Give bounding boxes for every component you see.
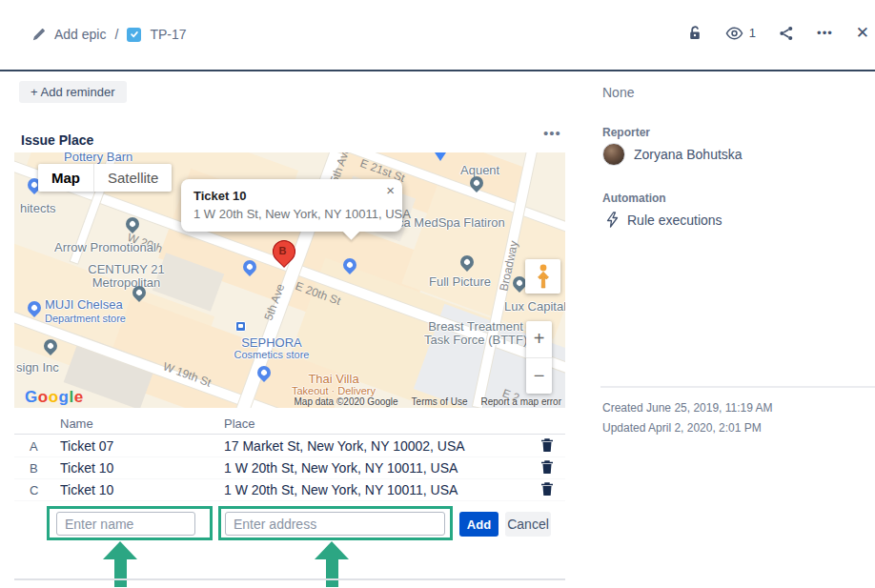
poi-line: Department store — [45, 312, 126, 325]
poi-line: Metropolitan — [62, 276, 191, 290]
row-name: Ticket 10 — [60, 482, 224, 497]
satellite-button[interactable]: Satellite — [94, 164, 172, 192]
add-reminder-button[interactable]: + Add reminder — [19, 81, 127, 103]
table-row: A Ticket 07 17 Market St, New York, NY 1… — [14, 436, 565, 457]
poi-line: Task Force (BTTF) — [424, 334, 527, 347]
top-bar: Add epic / TP-17 1 ••• ✕ — [0, 0, 875, 71]
breadcrumb-add-epic[interactable]: Add epic — [54, 27, 106, 42]
breadcrumb-separator: / — [114, 27, 118, 42]
reporter-field[interactable]: Zoryana Bohutska — [602, 143, 743, 166]
row-place: 1 W 20th St, New York, NY 10011, USA — [224, 460, 529, 476]
row-place: 17 Market St, New York, NY 10002, USA — [224, 438, 529, 454]
issue-dates: Created June 25, 2019, 11:19 AM Updated … — [602, 398, 773, 438]
poi-line: Breast Treatment — [428, 319, 523, 334]
sidebar-divider — [600, 386, 875, 388]
poi-label: Arrow Promotional — [54, 240, 156, 254]
eye-icon — [725, 27, 743, 40]
watchers-button[interactable]: 1 — [725, 26, 756, 40]
marker-letter: B — [273, 245, 294, 256]
poi-label: SEPHORA Cosmetics store — [232, 336, 312, 361]
zoom-out-button[interactable]: − — [526, 358, 552, 395]
map-info-window: Ticket 10 1 W 20th St, New York, NY 1001… — [181, 179, 402, 232]
breadcrumb: Add epic / TP-17 — [32, 27, 187, 42]
poi-label: MUJI Chelsea Department store — [45, 298, 126, 325]
delete-row-button[interactable] — [539, 436, 555, 456]
row-letter: A — [14, 439, 60, 454]
poi-line: Thai Villa — [308, 372, 358, 386]
row-letter: B — [14, 461, 60, 476]
section-divider — [14, 578, 565, 580]
created-date: Created June 25, 2019, 11:19 AM — [602, 398, 773, 418]
trash-icon — [541, 482, 553, 496]
poi-label: Full Picture — [429, 274, 491, 289]
avatar — [602, 143, 625, 166]
transit-icon — [235, 321, 246, 332]
pencil-icon — [32, 28, 46, 41]
delete-row-button[interactable] — [539, 458, 555, 478]
poi-label: Aquent — [460, 163, 499, 177]
terms-link[interactable]: Terms of Use — [412, 396, 468, 407]
automation-label: Automation — [602, 192, 666, 205]
report-error-link[interactable]: Report a map error — [481, 396, 561, 407]
issue-place-menu-icon[interactable]: ••• — [543, 125, 561, 141]
poi-label: Lux Capital — [504, 299, 565, 314]
unlock-icon[interactable] — [687, 25, 702, 41]
delete-row-button[interactable] — [539, 480, 555, 500]
row-place: 1 W 20th St, New York, NY 10011, USA — [224, 482, 529, 497]
issue-place-title: Issue Place — [21, 132, 93, 148]
poi-line: MUJI Chelsea — [45, 297, 123, 312]
poi-label: Pottery Barn — [64, 152, 132, 164]
add-button[interactable]: Add — [459, 512, 499, 537]
more-actions-icon[interactable]: ••• — [817, 26, 833, 40]
cancel-button[interactable]: Cancel — [505, 512, 551, 537]
info-window-close-icon[interactable]: × — [386, 182, 395, 198]
poi-line: CENTURY 21 — [88, 262, 164, 276]
poi-label: Breast Treatment Task Force (BTTF) — [424, 320, 527, 347]
poi-label: hitects — [20, 201, 56, 215]
watchers-count: 1 — [749, 26, 756, 40]
poi-label: CENTURY 21 Metropolitan — [62, 263, 191, 290]
reporter-name: Zoryana Bohutska — [634, 147, 743, 162]
zoom-control: + − — [526, 321, 552, 394]
info-window-address: 1 W 20th St, New York, NY 10011, USA — [193, 207, 411, 221]
info-window-title: Ticket 10 — [193, 189, 246, 203]
table-row: B Ticket 10 1 W 20th St, New York, NY 10… — [14, 457, 565, 479]
name-input[interactable] — [56, 512, 195, 536]
close-icon[interactable]: ✕ — [856, 23, 869, 43]
task-type-icon — [127, 28, 141, 42]
field-value-none[interactable]: None — [602, 85, 634, 100]
reporter-label: Reporter — [602, 126, 650, 139]
row-name: Ticket 10 — [60, 460, 224, 476]
pegman-icon — [536, 264, 551, 289]
poi-label: ca MedSpa Flatiron — [397, 215, 505, 230]
map-type-control: Map Satellite — [38, 164, 172, 192]
topbar-actions: 1 ••• ✕ — [687, 23, 869, 43]
trash-icon — [541, 438, 553, 452]
street-view-pegman[interactable] — [525, 259, 560, 294]
lightning-icon — [606, 212, 619, 228]
map-arrow-icon — [435, 152, 446, 161]
poi-line: SEPHORA — [241, 335, 302, 350]
updated-date: Updated April 2, 2020, 2:01 PM — [602, 418, 773, 438]
column-place: Place — [224, 416, 529, 431]
poi-label: Thai Villa Takeout · Delivery — [290, 373, 377, 397]
row-name: Ticket 07 — [60, 438, 224, 454]
table-row: C Ticket 10 1 W 20th St, New York, NY 10… — [14, 479, 565, 501]
address-input[interactable] — [225, 512, 445, 536]
breadcrumb-issue-key[interactable]: TP-17 — [150, 27, 186, 42]
map-attribution: Map data ©2020 Google Terms of Use Repor… — [294, 396, 561, 407]
map-button[interactable]: Map — [38, 164, 94, 192]
google-logo[interactable]: Google — [25, 388, 84, 407]
issue-detail-page: Add epic / TP-17 1 ••• ✕ + Add reminder … — [0, 0, 875, 588]
rule-executions-text: Rule executions — [627, 213, 722, 228]
rule-executions-link[interactable]: Rule executions — [606, 212, 722, 228]
poi-line: Cosmetics store — [232, 349, 312, 361]
trash-icon — [541, 460, 553, 474]
poi-label: sign Inc — [16, 360, 59, 375]
table-header: Name Place — [14, 414, 565, 435]
row-letter: C — [14, 483, 60, 497]
google-map[interactable]: W 20th E 20th St E 21st St W 19th St 5th… — [14, 152, 565, 408]
column-name: Name — [60, 416, 224, 431]
zoom-in-button[interactable]: + — [526, 321, 552, 358]
share-icon[interactable] — [779, 26, 794, 41]
